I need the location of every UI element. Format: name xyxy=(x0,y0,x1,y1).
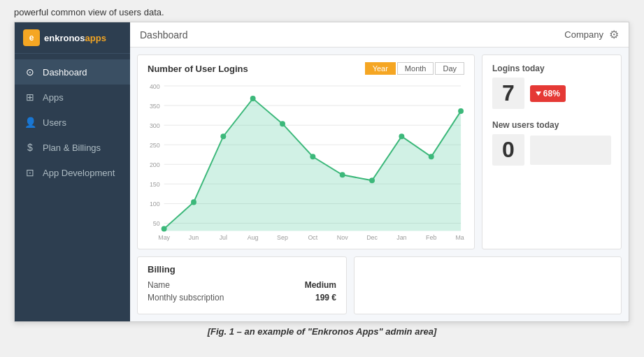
logins-badge: 68% xyxy=(530,85,566,102)
chart-point xyxy=(399,133,404,139)
logo-brand: enkronos xyxy=(44,33,85,43)
svg-text:Sep: Sep xyxy=(277,234,288,241)
chart-point xyxy=(369,177,375,183)
chart-header: Number of User Logins Year Month Day xyxy=(148,62,464,75)
chart-area: 400 350 300 250 200 150 100 50 xyxy=(148,80,464,242)
svg-text:Aug: Aug xyxy=(248,234,259,241)
billing-row-subscription: Monthly subscription 199 € xyxy=(148,293,336,303)
svg-text:150: 150 xyxy=(150,181,160,188)
svg-text:Jul: Jul xyxy=(220,234,227,241)
sidebar-item-label-apps: Apps xyxy=(43,92,64,103)
logo-icon: e xyxy=(23,29,40,46)
svg-text:400: 400 xyxy=(150,83,160,90)
billing-label-name: Name xyxy=(148,280,170,290)
logins-today-value: 7 xyxy=(492,78,524,109)
apps-icon: ⊞ xyxy=(24,92,36,103)
sidebar: e enkronosapps ⊙ Dashboard ⊞ Apps 👤 User… xyxy=(15,22,130,321)
logins-today-row: 7 68% xyxy=(492,78,611,109)
plan-icon: $ xyxy=(24,142,36,153)
billing-panel: Billing Name Medium Monthly subscription… xyxy=(137,256,347,315)
tab-year[interactable]: Year xyxy=(365,62,396,75)
page-title: Dashboard xyxy=(140,29,188,41)
sidebar-item-label-plan: Plan & Billings xyxy=(43,143,101,153)
chart-area-fill xyxy=(164,99,461,231)
chart-point xyxy=(429,154,434,159)
sidebar-item-dashboard[interactable]: ⊙ Dashboard xyxy=(15,59,130,85)
top-section: Number of User Logins Year Month Day 400 xyxy=(137,54,622,249)
billing-title: Billing xyxy=(148,264,336,275)
caption-bottom: [Fig. 1 – an example of "Enkronos Apps" … xyxy=(14,326,630,337)
billing-row-name: Name Medium xyxy=(148,280,336,290)
billing-value-subscription: 199 € xyxy=(315,293,336,303)
chart-point xyxy=(280,121,285,126)
bottom-section: Billing Name Medium Monthly subscription… xyxy=(137,256,622,315)
new-users-empty-box xyxy=(530,136,611,165)
chart-title: Number of User Logins xyxy=(148,64,248,74)
chart-point xyxy=(340,172,345,177)
chart-point xyxy=(310,154,315,159)
svg-text:Jan: Jan xyxy=(396,234,406,241)
new-users-label: New users today xyxy=(492,120,611,130)
dev-icon: ⊡ xyxy=(24,167,36,178)
line-chart-svg: 400 350 300 250 200 150 100 50 xyxy=(148,80,464,242)
new-users-row: 0 xyxy=(492,134,611,166)
sidebar-item-apps[interactable]: ⊞ Apps xyxy=(15,85,130,110)
dashboard-body: Number of User Logins Year Month Day 400 xyxy=(130,48,629,321)
svg-text:Jun: Jun xyxy=(189,234,199,241)
logo-text: enkronosapps xyxy=(44,33,106,43)
chart-point xyxy=(191,199,196,205)
svg-text:350: 350 xyxy=(150,103,160,110)
sidebar-item-plan-billings[interactable]: $ Plan & Billings xyxy=(15,135,130,160)
sidebar-logo: e enkronosapps xyxy=(15,22,130,54)
main-content: Dashboard Company ⚙ Number of User Login… xyxy=(130,22,629,321)
chart-point xyxy=(250,96,256,101)
gear-icon[interactable]: ⚙ xyxy=(609,28,619,41)
chart-point xyxy=(458,108,464,114)
stats-panel: Logins today 7 68% New users today xyxy=(482,54,622,249)
svg-text:Nov: Nov xyxy=(337,234,348,241)
logins-today-section: Logins today 7 68% xyxy=(492,64,611,109)
svg-text:300: 300 xyxy=(150,122,160,129)
chart-point xyxy=(220,133,226,139)
empty-panel xyxy=(354,256,622,315)
badge-percent: 68% xyxy=(543,89,560,99)
svg-text:Dec: Dec xyxy=(366,234,378,241)
new-users-section: New users today 0 xyxy=(492,120,611,166)
svg-text:250: 250 xyxy=(150,142,160,149)
billing-label-subscription: Monthly subscription xyxy=(148,293,224,303)
billing-value-name: Medium xyxy=(305,280,336,290)
tab-day[interactable]: Day xyxy=(435,62,464,75)
svg-text:May: May xyxy=(158,234,170,241)
users-icon: 👤 xyxy=(24,117,36,128)
sidebar-item-label-users: Users xyxy=(43,117,66,128)
dashboard-icon: ⊙ xyxy=(24,66,36,78)
sidebar-item-app-development[interactable]: ⊡ App Development xyxy=(15,160,130,185)
tab-month[interactable]: Month xyxy=(397,62,434,75)
svg-text:Mar: Mar xyxy=(455,234,464,241)
sidebar-item-label-dashboard: Dashboard xyxy=(43,67,87,78)
sidebar-item-users[interactable]: 👤 Users xyxy=(15,110,130,135)
company-label: Company xyxy=(564,29,603,40)
sidebar-item-label-dev: App Development xyxy=(43,168,115,178)
svg-text:200: 200 xyxy=(150,161,160,168)
sidebar-nav: ⊙ Dashboard ⊞ Apps 👤 Users $ Plan & Bill… xyxy=(15,54,130,321)
chart-panel: Number of User Logins Year Month Day 400 xyxy=(137,54,475,249)
new-users-value: 0 xyxy=(492,134,524,166)
svg-text:50: 50 xyxy=(153,220,160,227)
svg-text:Oct: Oct xyxy=(308,234,317,241)
logins-today-label: Logins today xyxy=(492,64,611,73)
logo-product: apps xyxy=(85,33,106,43)
chart-point xyxy=(162,226,167,231)
top-bar: Dashboard Company ⚙ xyxy=(130,22,629,48)
chart-tabs: Year Month Day xyxy=(365,62,464,75)
arrow-down-icon xyxy=(536,92,541,96)
app-container: e enkronosapps ⊙ Dashboard ⊞ Apps 👤 User… xyxy=(14,22,629,322)
caption-top: powerful common view of users data. xyxy=(14,7,630,17)
top-bar-right: Company ⚙ xyxy=(564,28,619,41)
svg-text:Feb: Feb xyxy=(426,234,436,241)
svg-text:100: 100 xyxy=(150,201,160,207)
